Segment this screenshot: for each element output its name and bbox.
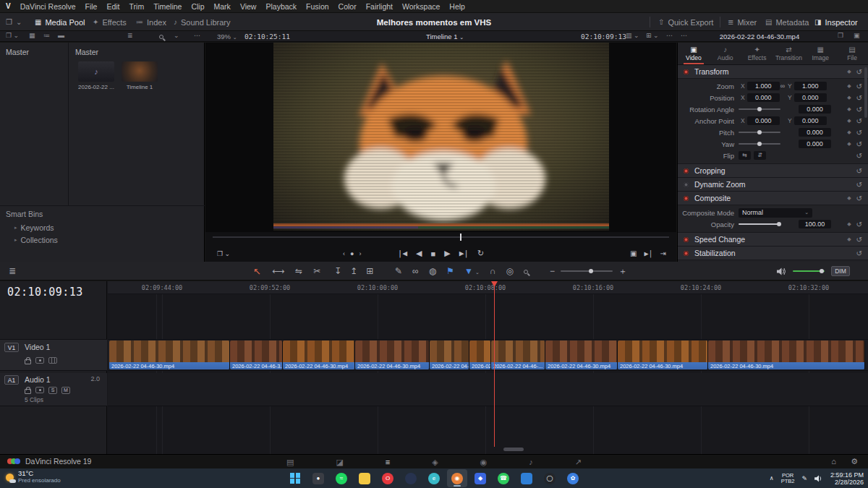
solo-button[interactable]: S	[48, 387, 57, 394]
track-view-icon[interactable]	[48, 357, 57, 364]
next-edit-icon[interactable]: ▶|	[644, 249, 653, 257]
edge-icon[interactable]: e	[424, 469, 444, 487]
menu-item[interactable]: Playback	[265, 2, 297, 11]
spotify-icon[interactable]: ≈	[331, 469, 352, 487]
file-explorer-icon[interactable]	[354, 469, 375, 487]
section-stabilization[interactable]: Stabilization ↺	[678, 247, 868, 260]
loop-icon[interactable]: ↻	[477, 249, 484, 258]
github-icon[interactable]: ◯	[540, 469, 560, 487]
reset-icon[interactable]: ↺	[855, 94, 864, 102]
tab-transition[interactable]: ⇄Transition	[773, 43, 804, 64]
search-chevron-icon[interactable]: ⌄	[174, 32, 179, 39]
stabilization-enable-toggle[interactable]	[684, 251, 689, 256]
yaw-input[interactable]: 0.000	[799, 140, 831, 148]
timeline-clip[interactable]: 2026-02-22 04-46-...	[491, 341, 545, 369]
menu-item[interactable]: Fairlight	[366, 2, 393, 11]
position-lock-icon[interactable]: ◍	[429, 266, 436, 276]
menu-item[interactable]: Color	[339, 2, 357, 11]
menu-item[interactable]: Edit	[106, 2, 119, 11]
track-id-badge[interactable]: V1	[4, 343, 19, 352]
inspector-options-icon[interactable]: ⋯	[681, 32, 687, 39]
tab-image[interactable]: ▦Image	[804, 43, 836, 64]
keyframe-icon[interactable]: ◆	[843, 95, 854, 100]
zoom-out-icon[interactable]: −	[550, 266, 555, 276]
reset-icon[interactable]: ↺	[855, 152, 864, 160]
timeline-content[interactable]: 02:09:44:00 02:09:52:00 02:10:00:00 02:1…	[108, 281, 868, 454]
audio-track-lane[interactable]	[108, 373, 868, 406]
transform-enable-toggle[interactable]	[684, 69, 689, 74]
viewer-options-icon[interactable]: ⋯	[666, 32, 673, 39]
video-track-header[interactable]: V1 Video 1	[0, 339, 107, 371]
reset-icon[interactable]: ↺	[855, 249, 864, 257]
goto-last-icon[interactable]: ⇥	[660, 249, 666, 257]
timeline-ruler[interactable]: 02:09:44:00 02:09:52:00 02:10:00:00 02:1…	[108, 281, 868, 294]
photos-icon[interactable]: ✿	[563, 469, 583, 487]
composite-mode-select[interactable]: Normal⌄	[739, 208, 812, 218]
timeline-clip[interactable]: 2026-02-22 04-46-...	[430, 341, 469, 369]
keyframe-icon[interactable]: ◆	[843, 69, 854, 74]
tab-mixer[interactable]: ≣Mixer	[728, 13, 757, 31]
keywords-item[interactable]: ▸Keywords	[14, 223, 54, 232]
reset-icon[interactable]: ↺	[855, 194, 864, 202]
recorder-app-icon[interactable]: ●	[308, 469, 328, 487]
fusion-page-icon[interactable]: ◈	[432, 458, 438, 467]
mute-button[interactable]: M	[61, 387, 70, 394]
menu-item[interactable]: Workspace	[402, 2, 440, 11]
opera-icon[interactable]: O	[378, 469, 398, 487]
rotation-input[interactable]: 0.000	[799, 105, 831, 114]
timeline-clip[interactable]: 2026-02-22 04-46-3...	[230, 341, 283, 369]
keyframe-icon[interactable]: ◆	[843, 106, 854, 112]
volume-icon[interactable]	[814, 475, 823, 482]
marker-icon[interactable]: ▼ ⌄	[464, 266, 480, 276]
speed-change-enable-toggle[interactable]	[684, 237, 689, 242]
search-icon[interactable]	[159, 33, 163, 40]
color-page-icon[interactable]: ◉	[480, 458, 488, 467]
reset-icon[interactable]: ↺	[855, 117, 864, 125]
link-xy-icon[interactable]: ∞	[780, 82, 785, 90]
reset-icon[interactable]: ↺	[855, 106, 864, 114]
next-clip-icon[interactable]: ›	[359, 250, 361, 257]
zoom-detail-icon[interactable]	[524, 266, 528, 276]
edit-page-icon[interactable]: ≡	[386, 458, 390, 466]
audio-track-header[interactable]: A1 Audio 1 2.0 S M 5 Clips	[0, 373, 107, 406]
media-clip-timeline[interactable]: Timeline 1	[122, 61, 158, 90]
inspector-pin-icon[interactable]: ▣	[854, 32, 860, 39]
reset-icon[interactable]: ↺	[855, 236, 864, 244]
position-x-input[interactable]: 0.000	[747, 93, 780, 102]
media-page-icon[interactable]: ▤	[286, 458, 294, 467]
anchor-y-input[interactable]: 0.000	[794, 116, 827, 125]
thumbnail-view-icon[interactable]: ▦	[29, 32, 35, 39]
menu-item[interactable]: Clip	[191, 2, 204, 11]
media-pool-options-icon[interactable]: ⋯	[194, 32, 200, 39]
tab-effects[interactable]: ✦Effects	[741, 43, 773, 64]
menu-item[interactable]: View	[240, 2, 257, 11]
menu-item[interactable]: DaVinci Resolve	[20, 2, 76, 11]
pitch-input[interactable]: 0.000	[799, 128, 831, 137]
lock-icon[interactable]	[25, 359, 31, 364]
zoom-y-input[interactable]: 1.000	[794, 82, 827, 90]
timeline-clip[interactable]: 2026-02-22 04-46-30.mp4	[109, 341, 230, 369]
home-icon[interactable]: ⌂	[831, 457, 836, 466]
reset-icon[interactable]: ↺	[855, 140, 864, 148]
davinci-resolve-icon[interactable]: ◉	[447, 469, 467, 487]
retime-curve-icon[interactable]: ✎	[395, 266, 402, 276]
tab-audio[interactable]: ♪Audio	[710, 43, 741, 64]
keyframe-icon[interactable]: ◆	[843, 83, 854, 89]
timeline-view-options-icon[interactable]: ≣	[9, 266, 16, 276]
pen-icon[interactable]: ✎	[801, 475, 807, 482]
viewer-grid-icon[interactable]: ⊞ ⌄	[646, 32, 659, 39]
viewer-playhead-marker[interactable]	[460, 234, 461, 241]
timeline-clip[interactable]: 2026-02-22 04-46-30.mp4	[283, 341, 355, 369]
viewer-zoom-select[interactable]: 39% ⌄	[217, 33, 237, 40]
section-composite[interactable]: Composite ◆↺	[678, 192, 868, 205]
position-y-input[interactable]: 0.000	[794, 93, 827, 102]
auto-select-icon[interactable]	[35, 357, 44, 364]
track-name[interactable]: Video 1	[25, 343, 50, 351]
viewer-mode-icon[interactable]: ❐ ⌄	[217, 250, 230, 257]
linked-selection-icon[interactable]: ◎	[506, 266, 514, 276]
video-track-lane[interactable]: 2026-02-22 04-46-30.mp4 2026-02-22 04-46…	[108, 339, 868, 371]
timeline-zoom-slider[interactable]	[561, 270, 613, 272]
keyframe-icon[interactable]: ◆	[843, 195, 854, 201]
timeline-clip[interactable]: 2026-02-22 04-46-30.mp4	[545, 341, 618, 369]
track-name[interactable]: Audio 1	[25, 375, 51, 384]
